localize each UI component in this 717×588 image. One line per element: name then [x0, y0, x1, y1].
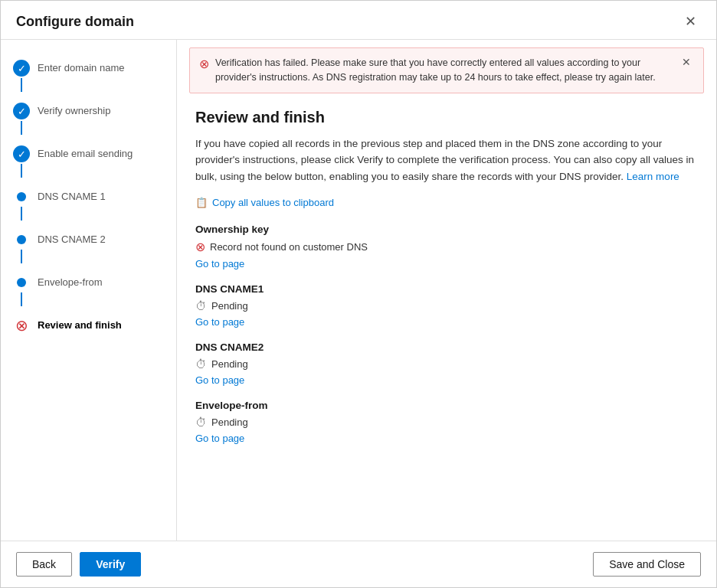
error-circle-icon: ⊗: [15, 318, 28, 333]
checkmark-icon-3: ✓: [18, 149, 26, 160]
step-line-6: [21, 292, 22, 306]
status-text-cname2: Pending: [211, 358, 248, 370]
record-dns-cname1: DNS CNAME1 ⏱ Pending Go to page: [195, 283, 698, 328]
step-label-enable-email: Enable email sending: [38, 145, 133, 161]
close-button[interactable]: ✕: [680, 11, 701, 31]
record-envelope-from: Envelope-from ⏱ Pending Go to page: [195, 400, 698, 444]
section-description: If you have copied all records in the pr…: [195, 136, 698, 185]
record-title-ownership: Ownership key: [195, 224, 698, 235]
error-icon-ownership: ⊗: [195, 240, 205, 254]
step-connector-verify-ownership: ✓: [13, 103, 30, 136]
sidebar-item-enter-domain[interactable]: ✓ Enter domain name: [1, 55, 176, 98]
record-title-cname2: DNS CNAME2: [195, 341, 698, 353]
main-content: ⊗ Verification has failed. Please make s…: [177, 40, 716, 541]
step-icon-enable-email: ✓: [13, 145, 30, 162]
configure-domain-dialog: Configure domain ✕ ✓ Enter domain name: [0, 0, 717, 588]
go-to-page-cname1[interactable]: Go to page: [195, 316, 244, 328]
go-to-page-cname2[interactable]: Go to page: [195, 374, 244, 386]
dialog-body: ✓ Enter domain name ✓ Verify ownership: [1, 40, 716, 541]
go-to-page-ownership[interactable]: Go to page: [195, 258, 244, 270]
step-icon-enter-domain: ✓: [13, 60, 30, 77]
sidebar-item-enable-email[interactable]: ✓ Enable email sending: [1, 141, 176, 184]
step-label-envelope-from: Envelope-from: [38, 274, 103, 289]
record-title-envelope: Envelope-from: [195, 400, 698, 411]
step-connector-envelope-from: [13, 274, 30, 308]
pending-icon-cname1: ⏱: [195, 299, 207, 312]
go-to-page-envelope[interactable]: Go to page: [195, 433, 244, 444]
section-title: Review and finish: [195, 109, 698, 126]
step-line-5: [21, 250, 22, 263]
record-status-cname1: ⏱ Pending: [195, 299, 698, 312]
step-icon-envelope-from: [17, 278, 26, 287]
step-icon-verify-ownership: ✓: [13, 103, 30, 119]
step-label-enter-domain: Enter domain name: [38, 60, 124, 75]
alert-error-icon: ⊗: [199, 57, 209, 71]
alert-banner: ⊗ Verification has failed. Please make s…: [189, 47, 704, 93]
record-title-cname1: DNS CNAME1: [195, 283, 698, 295]
step-line-3: [21, 164, 22, 178]
sidebar-item-verify-ownership[interactable]: ✓ Verify ownership: [1, 98, 176, 141]
step-icon-dns-cname-2: [17, 235, 26, 244]
step-icon-dns-cname-1: [17, 192, 26, 201]
record-status-envelope: ⏱ Pending: [195, 416, 698, 429]
checkmark-icon: ✓: [18, 63, 26, 74]
step-label-dns-cname-1: DNS CNAME 1: [38, 188, 106, 204]
step-connector-enter-domain: ✓: [13, 60, 30, 93]
dialog-title: Configure domain: [16, 14, 134, 30]
sidebar-item-dns-cname-2[interactable]: DNS CNAME 2: [1, 227, 176, 270]
sidebar-item-envelope-from[interactable]: Envelope-from: [1, 270, 176, 312]
copy-all-values-link[interactable]: 📋 Copy all values to clipboard: [195, 197, 698, 208]
step-label-dns-cname-2: DNS CNAME 2: [38, 231, 106, 247]
record-status-ownership: ⊗ Record not found on customer DNS: [195, 240, 698, 254]
learn-more-link[interactable]: Learn more: [627, 171, 679, 182]
dialog-header: Configure domain ✕: [1, 1, 716, 40]
status-text-cname1: Pending: [211, 300, 248, 312]
step-connector-enable-email: ✓: [13, 145, 30, 179]
back-button[interactable]: Back: [16, 552, 72, 577]
clipboard-icon: 📋: [195, 197, 208, 208]
record-status-cname2: ⏱ Pending: [195, 358, 698, 371]
sidebar-item-review-finish[interactable]: ⊗ Review and finish: [1, 312, 176, 338]
status-text-envelope: Pending: [211, 416, 248, 428]
footer-left-buttons: Back Verify: [16, 552, 141, 577]
step-line-1: [21, 78, 22, 92]
verify-button[interactable]: Verify: [80, 552, 141, 577]
step-connector-review-finish: ⊗: [13, 317, 30, 334]
step-connector-dns-cname-1: [13, 188, 30, 222]
record-ownership-key: Ownership key ⊗ Record not found on cust…: [195, 224, 698, 270]
step-label-review-finish: Review and finish: [38, 317, 122, 332]
content-area: Review and finish If you have copied all…: [177, 93, 716, 541]
sidebar-item-dns-cname-1[interactable]: DNS CNAME 1: [1, 184, 176, 227]
step-line-4: [21, 207, 22, 220]
step-label-verify-ownership: Verify ownership: [38, 103, 110, 118]
step-line-2: [21, 121, 22, 135]
status-text-ownership: Record not found on customer DNS: [210, 241, 368, 253]
alert-close-button[interactable]: ✕: [679, 56, 694, 68]
pending-icon-envelope: ⏱: [195, 416, 207, 429]
record-dns-cname2: DNS CNAME2 ⏱ Pending Go to page: [195, 341, 698, 386]
save-close-button[interactable]: Save and Close: [593, 552, 701, 577]
sidebar: ✓ Enter domain name ✓ Verify ownership: [1, 40, 177, 541]
alert-text: Verification has failed. Please make sur…: [215, 56, 673, 85]
dialog-footer: Back Verify Save and Close: [1, 541, 716, 587]
checkmark-icon-2: ✓: [18, 106, 26, 117]
pending-icon-cname2: ⏱: [195, 358, 207, 371]
step-connector-dns-cname-2: [13, 231, 30, 265]
